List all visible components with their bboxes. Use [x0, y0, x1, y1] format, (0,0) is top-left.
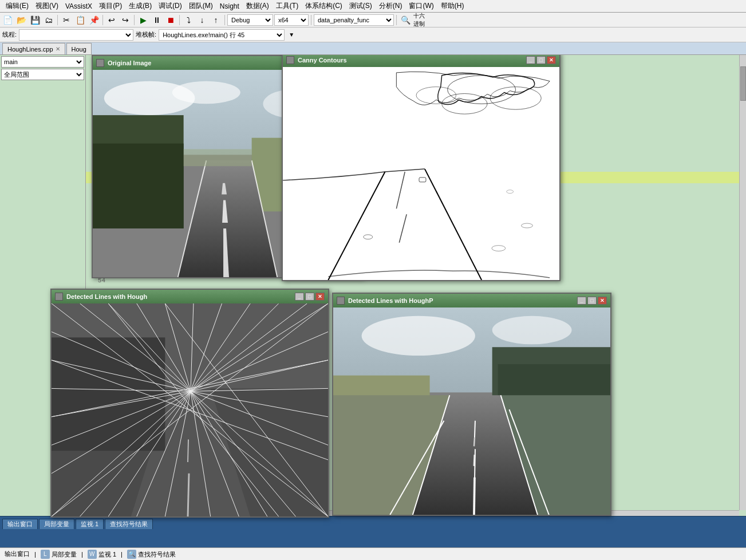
status-output[interactable]: 输出窗口: [5, 550, 30, 558]
menu-vassistx[interactable]: VAssistX: [62, 2, 96, 11]
svg-line-83: [475, 421, 475, 438]
save-btn[interactable]: 💾: [29, 14, 41, 26]
bottom-tab-locals[interactable]: 局部变量: [39, 519, 74, 529]
status-bar: 输出窗口 | L 局部变量 | W 监视 1 | 🔍 查找符号结果: [0, 547, 746, 560]
sep3: [134, 15, 135, 25]
cv-close-hough[interactable]: ✕: [315, 293, 325, 301]
stop-btn[interactable]: ⏹: [164, 14, 177, 26]
sep2: [102, 15, 103, 25]
sep4: [179, 15, 180, 25]
menu-edit[interactable]: 编辑(E): [2, 1, 32, 11]
step-over-btn[interactable]: ⤵: [182, 14, 195, 26]
cv-icon-hough: [55, 293, 63, 301]
menu-nsight[interactable]: Nsight: [216, 2, 243, 11]
new-file-btn[interactable]: 📄: [1, 14, 14, 26]
bottom-tab-watch[interactable]: 监视 1: [76, 519, 104, 529]
svg-rect-14: [283, 67, 559, 280]
menu-test[interactable]: 测试(S): [346, 1, 376, 11]
tab-houghlines-close[interactable]: ✕: [56, 46, 60, 52]
tab-row: HoughLines.cpp ✕ Houg: [0, 42, 746, 55]
status-locals[interactable]: L 局部变量: [41, 550, 77, 559]
menu-data[interactable]: 数据(A): [243, 1, 273, 11]
cv-minimize-hough[interactable]: _: [295, 293, 304, 301]
thread-label: 线程:: [2, 30, 17, 39]
bottom-tab-output[interactable]: 输出窗口: [2, 519, 38, 529]
start-btn[interactable]: ▶: [137, 14, 149, 26]
cut-btn[interactable]: ✂: [60, 14, 73, 26]
stack-nav-btn[interactable]: ▼: [287, 29, 296, 41]
houghp-svg: [333, 307, 610, 515]
menu-view[interactable]: 视图(V): [32, 1, 62, 11]
menu-arch[interactable]: 体系结构(C): [302, 1, 346, 11]
cv-maximize-hough[interactable]: □: [305, 293, 314, 301]
undo-btn[interactable]: ↩: [105, 14, 118, 26]
platform-select[interactable]: x64: [274, 14, 309, 26]
vscrollbar[interactable]: [739, 55, 746, 510]
stack-select[interactable]: HoughLines.exe!main() 行 45: [159, 29, 285, 41]
tab-houg[interactable]: Houg: [66, 43, 92, 54]
menu-project[interactable]: 项目(P): [96, 1, 125, 11]
status-watch[interactable]: W 监视 1: [88, 550, 116, 559]
cv-titlebar-canny[interactable]: Canny Contours _ □ ✕: [283, 55, 559, 67]
cv-window-houghp[interactable]: Detected Lines with HoughP _ □ ✕: [332, 293, 611, 516]
watch-icon: W: [88, 550, 97, 559]
thread-select[interactable]: [19, 29, 133, 41]
cv-window-hough[interactable]: Detected Lines with Hough _ □ ✕: [50, 289, 329, 518]
find-btn[interactable]: 🔍: [399, 14, 412, 26]
cv-maximize-canny[interactable]: □: [536, 56, 546, 64]
copy-btn[interactable]: 📋: [74, 14, 86, 26]
hex-btn[interactable]: 十六进制: [413, 14, 425, 26]
build-target-select[interactable]: data_penalty_func: [314, 14, 394, 26]
sep6: [311, 15, 311, 25]
svg-rect-5: [93, 144, 184, 228]
menu-analyze[interactable]: 分析(N): [376, 1, 406, 11]
locals-icon: L: [41, 550, 50, 559]
cv-btns-hough: _ □ ✕: [295, 293, 325, 301]
cv-close-canny[interactable]: ✕: [547, 56, 556, 64]
step-into-btn[interactable]: ↓: [196, 14, 208, 26]
find-icon: 🔍: [127, 550, 136, 559]
pause-btn[interactable]: ⏸: [151, 14, 163, 26]
cv-minimize-canny[interactable]: _: [526, 56, 535, 64]
svg-line-87: [474, 455, 475, 466]
cv-icon-houghp: [337, 297, 345, 305]
cv-window-canny[interactable]: Canny Contours _ □ ✕: [282, 55, 561, 281]
cv-close-houghp[interactable]: ✕: [598, 297, 607, 305]
tab-houghlines[interactable]: HoughLines.cpp ✕: [2, 43, 65, 54]
toolbar-row-debug: 线程: 堆栈帧: HoughLines.exe!main() 行 45 ▼: [0, 27, 746, 42]
cv-minimize-houghp[interactable]: _: [577, 297, 586, 305]
cv-titlebar-houghp[interactable]: Detected Lines with HoughP _ □ ✕: [333, 294, 610, 307]
scope-combo-global[interactable]: 全局范围: [1, 69, 84, 80]
menu-tools[interactable]: 工具(T): [273, 1, 302, 11]
cv-title-hough: Detected Lines with Hough: [66, 293, 295, 300]
cv-titlebar-hough[interactable]: Detected Lines with Hough _ □ ✕: [52, 290, 328, 303]
redo-btn[interactable]: ↪: [119, 14, 132, 26]
cv-canvas-hough: [52, 303, 328, 516]
open-btn[interactable]: 📂: [15, 14, 27, 26]
svg-line-70: [188, 439, 188, 462]
menu-team[interactable]: 团队(M): [185, 1, 216, 11]
vscroll-thumb[interactable]: [740, 66, 746, 101]
cv-title-canny: Canny Contours: [298, 57, 526, 64]
save-all-btn[interactable]: 🗂: [42, 14, 55, 26]
sep7: [396, 15, 397, 25]
svg-line-86: [474, 478, 475, 515]
menu-window[interactable]: 窗口(W): [405, 1, 437, 11]
svg-rect-31: [52, 337, 165, 451]
menu-bar: 编辑(E) 视图(V) VAssistX 项目(P) 生成(B) 调试(D) 团…: [0, 0, 746, 13]
paste-btn[interactable]: 📌: [88, 14, 100, 26]
menu-help[interactable]: 帮助(H): [437, 1, 468, 11]
menu-build[interactable]: 生成(B): [125, 1, 155, 11]
debug-mode-select[interactable]: Debug: [227, 14, 273, 26]
sep1: [57, 15, 58, 25]
status-sep2: |: [81, 551, 83, 558]
step-out-btn[interactable]: ↑: [210, 14, 222, 26]
status-find[interactable]: 🔍 查找符号结果: [127, 550, 176, 559]
bottom-tab-find[interactable]: 查找符号结果: [105, 519, 153, 529]
scope-combo-main[interactable]: main: [1, 56, 84, 68]
menu-debug[interactable]: 调试(D): [155, 1, 185, 11]
cv-btns-houghp: _ □ ✕: [577, 297, 607, 305]
cv-maximize-houghp[interactable]: □: [587, 297, 597, 305]
svg-rect-13: [184, 149, 252, 166]
toolbar-row-1: 📄 📂 💾 🗂 ✂ 📋 📌 ↩ ↪ ▶ ⏸ ⏹ ⤵ ↓ ↑ Debug x64 …: [0, 13, 746, 27]
